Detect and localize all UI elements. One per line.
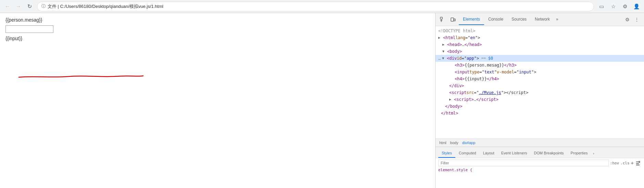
svg-rect-6 — [639, 161, 640, 163]
nav-buttons: ← → ↻ — [3, 2, 34, 11]
tab-elements[interactable]: Elements — [459, 14, 484, 25]
dom-head[interactable]: ▶ <head>…</head> — [435, 41, 644, 48]
screen-cast-button[interactable]: ▭ — [597, 2, 606, 11]
page-input-val: {{input}} — [5, 36, 430, 41]
devtools-toolbar: Elements Console Sources Network » ⚙ ⋮ — [435, 13, 644, 26]
back-button[interactable]: ← — [3, 2, 12, 11]
bottom-tab-layout[interactable]: Layout — [480, 149, 498, 158]
dom-html-close[interactable]: </html> — [435, 110, 644, 117]
svg-rect-3 — [451, 18, 454, 21]
devtools-breadcrumb: html body div#app — [435, 139, 644, 147]
tab-network[interactable]: Network — [531, 14, 554, 25]
devtools-settings-button[interactable]: ⚙ — [623, 15, 632, 24]
styles-filter-input[interactable] — [438, 160, 609, 166]
dom-h4[interactable]: <h4>{{input}}</h4> — [435, 75, 644, 82]
bottom-tab-properties[interactable]: Properties — [567, 149, 591, 158]
bottom-tab-styles[interactable]: Styles — [438, 149, 455, 158]
profile-button[interactable]: 👤 — [632, 2, 641, 11]
red-annotation-line — [17, 73, 144, 80]
devtools-panel: Elements Console Sources Network » ⚙ ⋮ <… — [435, 13, 644, 188]
svg-rect-4 — [454, 19, 455, 21]
devtools-styles-content: :hov .cls + element.style { — [435, 158, 644, 188]
styles-filter-row: :hov .cls + — [438, 160, 641, 166]
page-mesag-text: {{person.mesag}} — [5, 17, 430, 23]
dom-body-close[interactable]: </body> — [435, 103, 644, 110]
element-picker-button[interactable] — [438, 15, 447, 24]
bottom-tab-event-listeners[interactable]: Event Listeners — [498, 149, 531, 158]
device-toggle-button[interactable] — [449, 15, 457, 24]
tab-sources[interactable]: Sources — [507, 14, 531, 25]
breadcrumb-html[interactable]: html — [438, 140, 447, 145]
devtools-dom-panel[interactable]: <!DOCTYPE html> ▶ <html lang="en"> ▶ <he… — [435, 26, 644, 139]
devtools-menu-button[interactable]: ⋮ — [632, 15, 641, 24]
devtools-more-tabs[interactable]: » — [554, 14, 560, 25]
svg-rect-0 — [440, 17, 442, 19]
styles-cls-button[interactable]: .cls — [620, 161, 630, 165]
forward-button[interactable]: → — [14, 2, 23, 11]
styles-add-button[interactable]: + — [631, 160, 634, 166]
svg-rect-7 — [636, 163, 639, 164]
dom-script2[interactable]: ▶ <script>…</script> — [435, 96, 644, 103]
address-bar[interactable]: ⓘ 文件 | C:/Users/86180/Desktop/qianduan/模… — [37, 2, 594, 11]
bottom-tab-more[interactable]: › — [591, 149, 596, 158]
address-text: 文件 | C:/Users/86180/Desktop/qianduan/模拟v… — [48, 3, 163, 10]
dom-html-open[interactable]: ▶ <html lang="en"> — [435, 34, 644, 41]
svg-rect-8 — [636, 165, 640, 165]
dom-input[interactable]: <input type="text" v-model="input"> — [435, 69, 644, 75]
devtools-bottom-tabs: Styles Computed Layout Event Listeners D… — [435, 147, 644, 158]
browser-chrome: ← → ↻ ⓘ 文件 | C:/Users/86180/Desktop/qian… — [0, 0, 644, 13]
dom-div-app[interactable]: … ▼ <div id="app"> == $0 — [435, 55, 644, 62]
breadcrumb-div-app[interactable]: div#app — [461, 140, 477, 145]
styles-new-rule-icon[interactable] — [635, 160, 641, 166]
tab-console[interactable]: Console — [484, 14, 507, 25]
bottom-tab-dom-breakpoints[interactable]: DOM Breakpoints — [531, 149, 567, 158]
bookmark-button[interactable]: ☆ — [608, 2, 618, 11]
bottom-tab-computed[interactable]: Computed — [455, 149, 480, 158]
dom-h3[interactable]: <h3>{{person.mesag}}</h3> — [435, 62, 644, 69]
devtools-toolbar-right: ⚙ ⋮ — [623, 15, 641, 24]
svg-rect-5 — [636, 162, 640, 162]
toolbar-right: ▭ ☆ ⚙ 👤 — [597, 2, 641, 11]
breadcrumb-body[interactable]: body — [449, 140, 459, 145]
styles-hov-button[interactable]: :hov — [610, 161, 619, 165]
page-input-field[interactable] — [5, 25, 53, 33]
main-area: {{person.mesag}} {{input}} — [0, 13, 644, 188]
extensions-button[interactable]: ⚙ — [620, 2, 630, 11]
page-content: {{person.mesag}} {{input}} — [0, 13, 435, 188]
lock-icon: ⓘ — [41, 3, 46, 9]
dom-body-open[interactable]: ▼ <body> — [435, 48, 644, 55]
devtools-bottom: Styles Computed Layout Event Listeners D… — [435, 147, 644, 188]
reload-button[interactable]: ↻ — [25, 2, 34, 11]
dom-script-mvue[interactable]: <script src="./Mvue.js"></script> — [435, 89, 644, 96]
element-style-text: element.style { — [438, 168, 641, 172]
dom-doctype: <!DOCTYPE html> — [435, 27, 644, 34]
devtools-tabs: Elements Console Sources Network » — [459, 14, 621, 25]
dom-div-close[interactable]: </div> — [435, 82, 644, 89]
